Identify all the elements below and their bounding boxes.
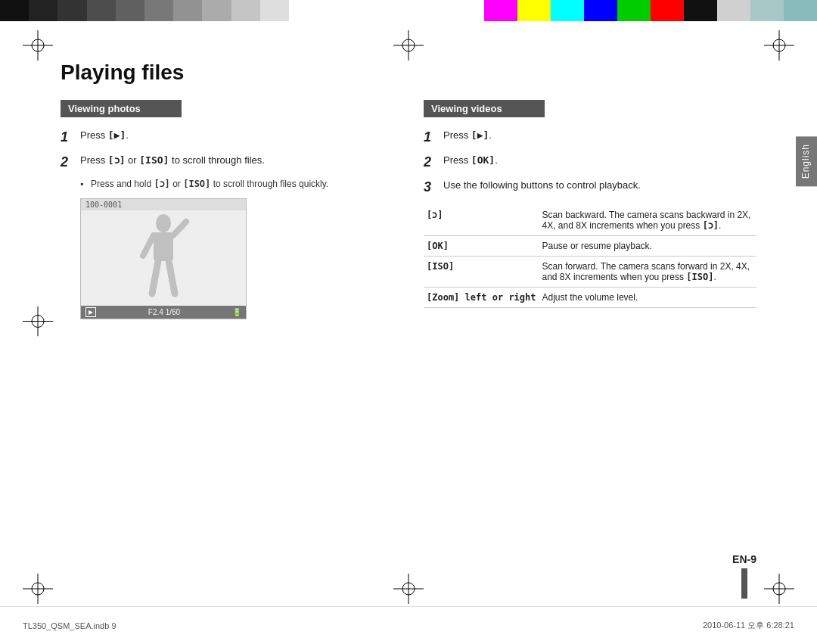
viewing-videos-header: Viewing videos	[424, 100, 545, 117]
viewing-photos-header: Viewing photos	[61, 100, 182, 117]
swatch-blue	[584, 0, 617, 21]
camera-figure	[81, 210, 246, 301]
step-2-videos: 2 Press [OK].	[424, 153, 756, 172]
camera-info-text: F2.4 1/60	[148, 308, 180, 316]
swatch-yellow	[517, 0, 551, 21]
swatch-black	[684, 0, 717, 21]
reg-mark-tr	[764, 30, 794, 63]
step-2-photos-text: Press [ↄ] or [ISO] to scroll through fil…	[80, 153, 265, 168]
desc-cell: Adjust the volume level.	[539, 287, 756, 307]
footer-left-text: TL350_QSM_SEA.indb 9	[23, 621, 116, 630]
svg-line-23	[143, 235, 154, 256]
step-3-videos-num: 3	[424, 178, 440, 197]
swatch	[144, 0, 173, 21]
step-1-photos: 1 Press [▶].	[61, 128, 393, 147]
step-2-videos-num: 2	[424, 153, 440, 172]
main-content: Playing files Viewing photos 1 Press [▶]…	[61, 61, 756, 599]
reg-mark-bl	[23, 574, 53, 606]
swatch-magenta	[484, 0, 517, 21]
camera-preview-image: 100-0001	[80, 198, 247, 319]
step-1-photos-num: 1	[61, 128, 77, 147]
svg-line-26	[169, 261, 175, 294]
person-silhouette	[137, 214, 190, 297]
controls-table: [ↄ] Scan backward. The camera scans back…	[424, 205, 756, 308]
photos-sub-text: Press and hold [ↄ] or [ISO] to scroll th…	[91, 178, 328, 191]
svg-line-25	[152, 261, 158, 294]
reg-mark-tl	[23, 30, 53, 63]
viewing-photos-section: Viewing photos 1 Press [▶]. 2 Press [ↄ] …	[61, 100, 393, 319]
step-3-videos-text: Use the following buttons to control pla…	[443, 178, 641, 193]
table-row: [Zoom] left or right Adjust the volume l…	[424, 287, 756, 307]
swatch	[0, 0, 29, 21]
page-number: EN-9	[732, 553, 756, 565]
swatch	[231, 0, 260, 21]
step-3-videos: 3 Use the following buttons to control p…	[424, 178, 756, 198]
play-icon: ▶	[85, 307, 96, 317]
camera-bottom-bar: ▶ F2.4 1/60 🔋	[81, 306, 246, 319]
color-bar	[0, 0, 817, 21]
swatch-lgray	[717, 0, 750, 21]
swatch	[29, 0, 57, 21]
reg-mark-ml	[23, 306, 53, 338]
swatch-lteal	[750, 0, 784, 21]
desc-cell: Scan backward. The camera scans backward…	[539, 205, 756, 236]
battery-icon: 🔋	[232, 308, 241, 316]
swatch-cyan	[551, 0, 584, 21]
swatch	[260, 0, 289, 21]
page-number-area: EN-9	[732, 553, 756, 599]
swatch	[116, 0, 144, 21]
swatch-green	[617, 0, 651, 21]
swatch	[289, 0, 318, 21]
svg-rect-22	[154, 232, 173, 261]
key-cell: [ISO]	[424, 256, 539, 287]
table-row: [ISO] Scan forward. The camera scans for…	[424, 256, 756, 287]
sidebar-language-label: English	[796, 136, 817, 186]
photos-sub-bullet: ▪ Press and hold [ↄ] or [ISO] to scroll …	[80, 178, 393, 191]
step-1-videos-num: 1	[424, 128, 440, 147]
svg-point-21	[156, 214, 171, 232]
color-bar-left	[0, 0, 318, 21]
key-cell: [Zoom] left or right	[424, 287, 539, 307]
swatch	[87, 0, 116, 21]
table-row: [OK] Pause or resume playback.	[424, 235, 756, 256]
page-title: Playing files	[61, 61, 756, 85]
reg-mark-br	[764, 574, 794, 606]
step-2-videos-text: Press [OK].	[443, 153, 498, 168]
footer-right-text: 2010-06-11 오후 6:28:21	[703, 620, 794, 631]
bullet-icon: ▪	[80, 178, 88, 191]
viewing-videos-section: Viewing videos 1 Press [▶]. 2 Press [OK]…	[424, 100, 756, 319]
swatch-teal	[784, 0, 817, 21]
color-bar-right	[484, 0, 817, 21]
reg-mark-tc	[393, 30, 424, 63]
camera-folder-label: 100-0001	[81, 199, 246, 210]
key-cell: [ↄ]	[424, 205, 539, 236]
desc-cell: Pause or resume playback.	[539, 235, 756, 256]
step-1-photos-text: Press [▶].	[80, 128, 129, 143]
step-2-photos: 2 Press [ↄ] or [ISO] to scroll through f…	[61, 153, 393, 172]
footer: TL350_QSM_SEA.indb 9 2010-06-11 오후 6:28:…	[0, 606, 817, 644]
desc-cell: Scan forward. The camera scans forward i…	[539, 256, 756, 287]
swatch	[173, 0, 202, 21]
key-cell: [OK]	[424, 235, 539, 256]
svg-line-24	[173, 222, 186, 235]
swatch	[202, 0, 231, 21]
content-columns: Viewing photos 1 Press [▶]. 2 Press [ↄ] …	[61, 100, 756, 319]
table-row: [ↄ] Scan backward. The camera scans back…	[424, 205, 756, 236]
step-1-videos: 1 Press [▶].	[424, 128, 756, 147]
step-2-photos-num: 2	[61, 153, 77, 172]
swatch	[57, 0, 86, 21]
step-1-videos-text: Press [▶].	[443, 128, 492, 143]
swatch-red	[651, 0, 684, 21]
page-number-bar	[741, 568, 747, 599]
